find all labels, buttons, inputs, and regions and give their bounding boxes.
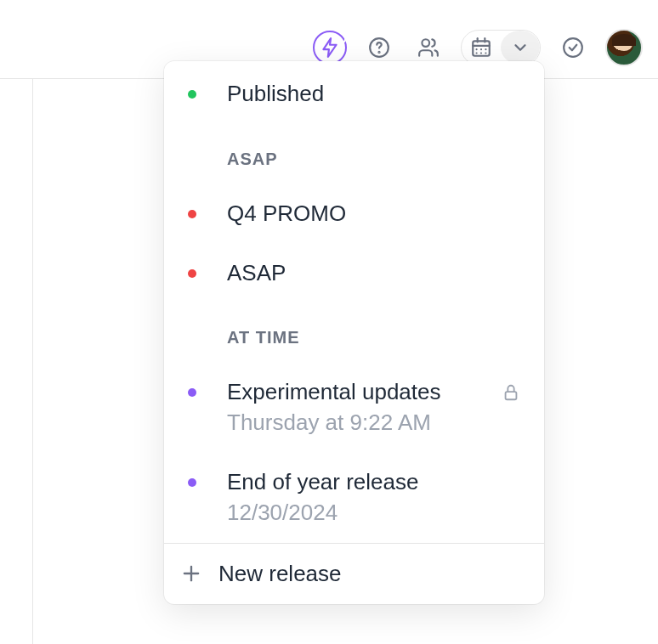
lock-icon bbox=[502, 383, 520, 405]
status-dot-red bbox=[188, 210, 196, 218]
release-content: ASAP bbox=[227, 259, 520, 288]
svg-point-2 bbox=[422, 39, 429, 47]
release-subtitle: Thursday at 9:22 AM bbox=[227, 409, 495, 438]
release-item-end-of-year[interactable]: End of year release 12/30/2024 bbox=[188, 453, 520, 543]
release-title: ASAP bbox=[227, 259, 520, 288]
release-content: Q4 PROMO bbox=[227, 200, 520, 229]
help-icon[interactable] bbox=[362, 31, 396, 65]
svg-rect-14 bbox=[506, 392, 517, 399]
check-icon[interactable] bbox=[556, 31, 590, 65]
release-item-asap[interactable]: ASAP bbox=[188, 244, 520, 303]
section-label-at-time: AT TIME bbox=[188, 302, 520, 363]
release-title: End of year release bbox=[227, 468, 520, 497]
avatar[interactable] bbox=[605, 29, 643, 66]
release-content: Experimental updates Thursday at 9:22 AM bbox=[227, 378, 495, 438]
calendar-icon[interactable] bbox=[462, 31, 501, 65]
release-content: Published bbox=[227, 80, 520, 109]
svg-point-13 bbox=[564, 38, 582, 57]
svg-point-1 bbox=[378, 52, 379, 53]
lightning-icon[interactable] bbox=[313, 31, 347, 65]
release-title: Published bbox=[227, 80, 520, 109]
new-release-button[interactable]: New release bbox=[164, 543, 544, 604]
release-item-published[interactable]: Published bbox=[188, 80, 520, 124]
status-dot-red bbox=[188, 269, 196, 278]
release-item-q4-promo[interactable]: Q4 PROMO bbox=[188, 184, 520, 244]
plus-icon bbox=[179, 562, 203, 585]
status-dot-purple bbox=[188, 478, 196, 487]
left-border bbox=[32, 78, 33, 644]
release-title: Q4 PROMO bbox=[227, 200, 520, 229]
section-label-asap: ASAP bbox=[188, 124, 520, 184]
release-item-experimental[interactable]: Experimental updates Thursday at 9:22 AM bbox=[188, 363, 520, 453]
status-dot-green bbox=[188, 90, 196, 99]
release-content: End of year release 12/30/2024 bbox=[227, 468, 520, 528]
people-icon[interactable] bbox=[411, 31, 445, 65]
new-release-label: New release bbox=[218, 561, 342, 587]
release-title: Experimental updates bbox=[227, 378, 495, 407]
chevron-down-icon[interactable] bbox=[501, 31, 540, 65]
releases-dropdown: Published ASAP Q4 PROMO ASAP AT TIME Exp… bbox=[164, 61, 544, 604]
release-subtitle: 12/30/2024 bbox=[227, 499, 520, 528]
calendar-group bbox=[461, 30, 541, 65]
status-dot-purple bbox=[188, 388, 196, 397]
dropdown-body: Published ASAP Q4 PROMO ASAP AT TIME Exp… bbox=[164, 80, 544, 543]
